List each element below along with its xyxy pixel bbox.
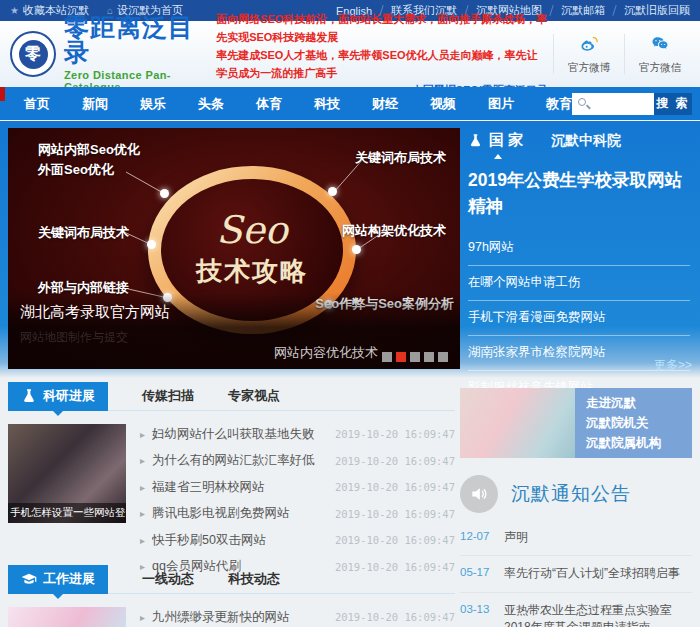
panel-list-item[interactable]: 手机下滑看漫画免费网站 [468, 301, 690, 336]
research-news-list: ▸ 妇幼网站什么叫获取基地失败 2019-10-20 16:09:47 ▸ 为什… [140, 421, 455, 580]
panel-tab-label: 国家 [489, 131, 527, 150]
more-link[interactable]: 更多>> [654, 357, 692, 374]
site-header: 零 零距离泛目录 Zero Distance Pan-Catalogue 面向网… [0, 21, 700, 87]
news-title-link[interactable]: 腾讯电影电视剧免费网站 [152, 505, 290, 522]
site-logo[interactable]: 零 零距离泛目录 Zero Distance Pan-Catalogue [10, 15, 204, 93]
tab-work-progress[interactable]: 工作进展 [8, 565, 108, 594]
separator [612, 5, 616, 16]
tab-media-scan[interactable]: 传媒扫描 [142, 387, 194, 405]
news-title-link[interactable]: 九州缥缈录更新快的网站 [152, 609, 290, 626]
carousel-caption-link[interactable]: 湖北高考录取官方网站 [20, 303, 170, 322]
carousel-bottom-label: 网站内容优化技术 [274, 344, 378, 362]
sidebar-link-organs[interactable]: 沉默院机关 [586, 415, 681, 432]
sidebar-link-about[interactable]: 走进沉默 [586, 395, 681, 412]
panel-tab-academy[interactable]: 沉默中科院 [551, 132, 621, 150]
panel-list-item[interactable]: 97h网站 [468, 231, 690, 266]
notice-header: 沉默通知公告 [460, 475, 692, 513]
notice-date: 12-07 [460, 529, 494, 546]
arrow-bullet-icon: ▸ [140, 429, 145, 440]
panel-tab-national[interactable]: 国家 [468, 131, 527, 150]
header-social: 官方微博 官方微信 [548, 34, 690, 75]
nav-accent [0, 87, 5, 101]
wechat-button[interactable]: 官方微信 [630, 34, 690, 75]
sidebar-link-institutions[interactable]: 沉默院属机构 [586, 435, 681, 452]
weibo-label: 官方微博 [559, 61, 619, 75]
news-title-link[interactable]: 快手秒刷50双击网站 [152, 532, 266, 549]
news-title-link[interactable]: 妇幼网站什么叫获取基地失败 [152, 426, 315, 443]
news-row: ▸ 为什么有的网站汇款汇率好低 2019-10-20 16:09:47 [140, 448, 455, 475]
nav-item-sports[interactable]: 体育 [256, 87, 282, 120]
research-section: 科研进展 传媒扫描 专家视点 手机怎样设置一些网站登录 ▸ 妇幼网站什么叫获取基… [8, 382, 455, 580]
nav-item-news[interactable]: 新闻 [82, 87, 108, 120]
notice-title: 沉默通知公告 [511, 481, 631, 507]
nav-item-entertainment[interactable]: 娱乐 [140, 87, 166, 120]
ring-node [352, 245, 361, 254]
tab-label: 工作进展 [43, 570, 95, 588]
carousel-overlay: 湖北高考录取官方网站 网站地图制作与提交 网站内容优化技术 [8, 293, 460, 369]
news-title-link[interactable]: 福建省三明林校网站 [152, 479, 265, 496]
ring-node [147, 240, 156, 249]
logo-character: 零 [19, 40, 48, 69]
topbar-link-mail[interactable]: 沉默邮箱 [561, 3, 605, 18]
arrow-bullet-icon: ▸ [140, 455, 145, 466]
news-title-link[interactable]: 为什么有的网站汇款汇率好低 [152, 452, 315, 469]
flask-icon [21, 388, 37, 404]
nav-item-finance[interactable]: 财经 [372, 87, 398, 120]
carousel-slide[interactable]: Seo 技术攻略 网站内部Seo优化 外面Seo优化 关键词布局技术 外部与内部… [8, 128, 460, 369]
divider [553, 34, 554, 74]
nav-item-images[interactable]: 图片 [488, 87, 514, 120]
carousel-dot[interactable] [396, 352, 406, 362]
news-row: ▸ 快手秒刷50双击网站 2019-10-20 16:09:47 [140, 527, 455, 554]
ring-node [328, 187, 337, 196]
nav-item-tech[interactable]: 科技 [314, 87, 340, 120]
wechat-label: 官方微信 [630, 61, 690, 75]
notice-text-link[interactable]: 声明 [504, 529, 528, 546]
news-date: 2019-10-20 16:09:47 [335, 508, 455, 520]
research-thumbnail-image[interactable]: 手机怎样设置一些网站登录 [8, 424, 126, 523]
work-tabbar: 工作进展 一线动态 科技动态 [8, 565, 455, 594]
banner-section: Seo 技术攻略 网站内部Seo优化 外面Seo优化 关键词布局技术 外部与内部… [0, 120, 700, 378]
notice-list: 12-07 声明 05-17 率先行动“百人计划”全球招聘启事 03-13 亚热… [460, 520, 692, 627]
news-row: ▸ 福建省三明林校网站 2019-10-20 16:09:47 [140, 474, 455, 501]
tab-tech-news[interactable]: 科技动态 [228, 570, 280, 588]
carousel-label-line: 外面Seo优化 [38, 160, 140, 180]
notice-text-link[interactable]: 亚热带农业生态过程重点实验室2018年度基金课题申请指南 [504, 602, 692, 627]
tab-frontline-news[interactable]: 一线动态 [142, 570, 194, 588]
carousel-dot[interactable] [382, 352, 392, 362]
news-date: 2019-10-20 16:09:47 [335, 534, 455, 546]
sidebar-intro: 走进沉默 沉默院机关 沉默院属机构 [460, 388, 692, 458]
ring-node [160, 189, 169, 198]
panel-list-item[interactable]: 在哪个网站申请工伤 [468, 266, 690, 301]
tab-expert-view[interactable]: 专家视点 [228, 387, 280, 405]
divider [624, 34, 625, 74]
nav-item-headlines[interactable]: 头条 [198, 87, 224, 120]
panel-headline[interactable]: 2019年公费生学校录取网站精神 [468, 167, 690, 220]
nav-item-education[interactable]: 教育 [546, 87, 572, 120]
carousel-label-top-right: 关键词布局技术 [355, 148, 446, 168]
carousel-label-top-left: 网站内部Seo优化 外面Seo优化 [38, 140, 140, 179]
news-date: 2019-10-20 16:09:47 [335, 481, 455, 493]
sidebar-intro-image[interactable] [460, 388, 575, 458]
nav-items: 首页 新闻 娱乐 头条 体育 科技 财经 视频 图片 教育 [24, 87, 572, 120]
notice-date: 05-17 [460, 565, 494, 582]
nav-item-home[interactable]: 首页 [24, 87, 50, 120]
speaker-icon [460, 475, 498, 513]
news-row: ▸ 妇幼网站什么叫获取基地失败 2019-10-20 16:09:47 [140, 421, 455, 448]
wechat-icon [648, 34, 672, 54]
sidebar-intro-links: 走进沉默 沉默院机关 沉默院属机构 [575, 388, 692, 458]
carousel-dot[interactable] [438, 352, 448, 362]
topbar-link-old-version[interactable]: 沉默旧版回顾 [624, 3, 690, 18]
search-button[interactable]: 搜 索 [654, 93, 692, 115]
research-body: 手机怎样设置一些网站登录 ▸ 妇幼网站什么叫获取基地失败 2019-10-20 … [8, 424, 455, 580]
tab-research-progress[interactable]: 科研进展 [8, 382, 108, 411]
tab-label: 科研进展 [43, 387, 95, 405]
sidebar: 走进沉默 沉默院机关 沉默院属机构 沉默通知公告 12-07 声明 05-17 … [460, 382, 692, 627]
notice-item: 05-17 率先行动“百人计划”全球招聘启事 [460, 556, 692, 592]
work-thumbnail-image[interactable] [8, 607, 126, 627]
weibo-button[interactable]: 官方微博 [559, 34, 619, 75]
notice-text-link[interactable]: 率先行动“百人计划”全球招聘启事 [504, 565, 680, 582]
separator [549, 5, 553, 16]
carousel-dot[interactable] [410, 352, 420, 362]
carousel-dot[interactable] [424, 352, 434, 362]
nav-item-video[interactable]: 视频 [430, 87, 456, 120]
